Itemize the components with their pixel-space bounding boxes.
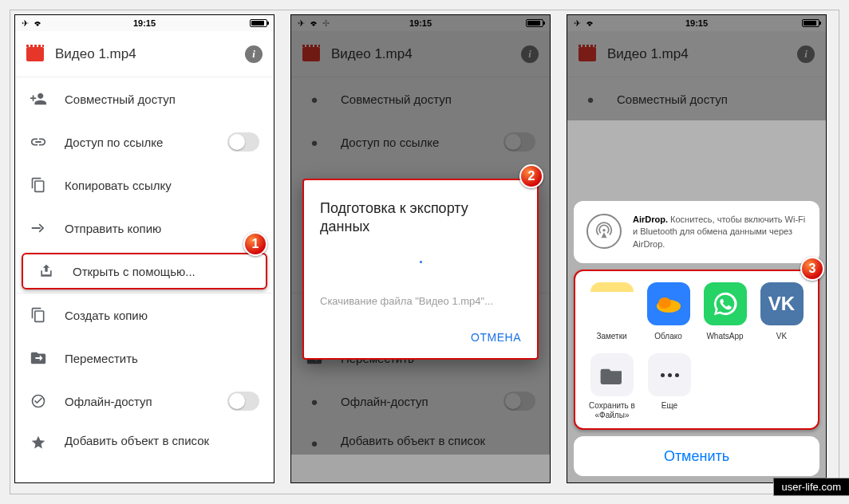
menu-label: Офлайн-доступ bbox=[65, 395, 152, 408]
airplane-icon: ✈ bbox=[22, 18, 29, 29]
menu-send-copy[interactable]: Отправить копию bbox=[15, 207, 274, 250]
share-sheet: AirDrop. Коснитесь, чтобы включить Wi-Fi… bbox=[567, 201, 826, 482]
menu-open-with[interactable]: Открыть с помощью... bbox=[22, 253, 267, 289]
dialog-title: Подготовка к экспорту данных bbox=[320, 199, 521, 237]
battery-icon bbox=[250, 19, 267, 27]
copy-icon bbox=[30, 176, 47, 194]
phone-screen-3: ✈ 19:15 Видео 1.mp4 i ●Совместный доступ… bbox=[567, 14, 827, 483]
status-time: 19:15 bbox=[133, 18, 156, 28]
info-icon[interactable]: i bbox=[245, 45, 263, 63]
menu-label: Копировать ссылку bbox=[65, 179, 172, 192]
whatsapp-icon bbox=[704, 282, 747, 325]
menu-label: Совместный доступ bbox=[65, 93, 176, 106]
menu-copy-link[interactable]: Копировать ссылку bbox=[15, 163, 274, 207]
dialog-cancel-button[interactable]: ОТМЕНА bbox=[320, 326, 521, 348]
arrow-right-icon bbox=[30, 219, 47, 237]
star-icon bbox=[30, 434, 47, 451]
menu-label: Переместить bbox=[65, 352, 138, 365]
menu-link-access[interactable]: Доступ по ссылке bbox=[15, 120, 274, 163]
person-add-icon bbox=[30, 90, 47, 108]
menu-label: Добавить объект в список bbox=[65, 434, 209, 447]
action-more[interactable]: Еще bbox=[641, 353, 698, 420]
menu-move[interactable]: Переместить bbox=[15, 337, 274, 380]
link-icon bbox=[30, 133, 47, 151]
step-badge-2: 2 bbox=[519, 164, 543, 188]
menu-add-to-list[interactable]: Добавить объект в список bbox=[15, 423, 274, 455]
menu-offline[interactable]: Офлайн-доступ bbox=[15, 380, 274, 423]
share-cancel-button[interactable]: Отменить bbox=[574, 436, 819, 476]
export-dialog: Подготовка к экспорту данных Скачивание … bbox=[302, 179, 539, 360]
vk-icon: VK bbox=[760, 282, 804, 325]
duplicate-icon bbox=[30, 306, 47, 324]
video-file-icon bbox=[26, 47, 44, 61]
folder-icon bbox=[590, 353, 634, 396]
menu-label: Отправить копию bbox=[65, 222, 161, 235]
airdrop-text: AirDrop. Коснитесь, чтобы включить Wi-Fi… bbox=[633, 214, 807, 250]
menu-label: Создать копию bbox=[65, 309, 148, 322]
offline-icon bbox=[30, 392, 47, 410]
toggle-link-access[interactable] bbox=[227, 132, 259, 152]
step-badge-1: 1 bbox=[243, 232, 267, 256]
menu-label: Доступ по ссылке bbox=[65, 136, 163, 149]
menu-make-copy[interactable]: Создать копию bbox=[15, 293, 274, 337]
menu-share[interactable]: Совместный доступ bbox=[15, 77, 274, 120]
app-cloud[interactable]: Облако bbox=[640, 282, 697, 341]
app-whatsapp[interactable]: WhatsApp bbox=[697, 282, 753, 341]
more-icon bbox=[648, 353, 691, 396]
file-title: Видео 1.mp4 bbox=[55, 46, 234, 62]
airdrop-icon bbox=[586, 214, 622, 249]
action-save-files[interactable]: Сохранить в «Файлы» bbox=[583, 353, 641, 420]
svg-point-1 bbox=[602, 229, 606, 232]
airdrop-row[interactable]: AirDrop. Коснитесь, чтобы включить Wi-Fi… bbox=[574, 201, 819, 263]
open-in-icon bbox=[38, 262, 55, 280]
file-header: Видео 1.mp4 i bbox=[15, 31, 274, 77]
status-bar: ✈ 19:15 bbox=[15, 15, 274, 31]
menu-label: Открыть с помощью... bbox=[73, 265, 195, 278]
spinner-icon bbox=[420, 261, 422, 263]
svg-point-3 bbox=[658, 297, 671, 309]
toggle-offline[interactable] bbox=[227, 392, 259, 411]
cloud-icon bbox=[647, 282, 690, 325]
notes-icon bbox=[590, 282, 634, 325]
folder-move-icon bbox=[30, 349, 47, 367]
step-badge-3: 3 bbox=[800, 257, 824, 281]
share-apps-panel: Заметки Облако WhatsApp VK VK bbox=[574, 270, 819, 430]
wifi-icon bbox=[32, 19, 43, 27]
app-vk[interactable]: VK VK bbox=[753, 282, 810, 341]
dialog-message: Скачивание файла "Видео 1.mp4"... bbox=[320, 295, 521, 307]
app-notes[interactable]: Заметки bbox=[583, 282, 640, 341]
phone-screen-2: ✈✢ 19:15 Видео 1.mp4 i ●Совместный досту… bbox=[290, 14, 551, 483]
phone-screen-1: ✈ 19:15 Видео 1.mp4 i Совместный доступ … bbox=[14, 14, 274, 483]
